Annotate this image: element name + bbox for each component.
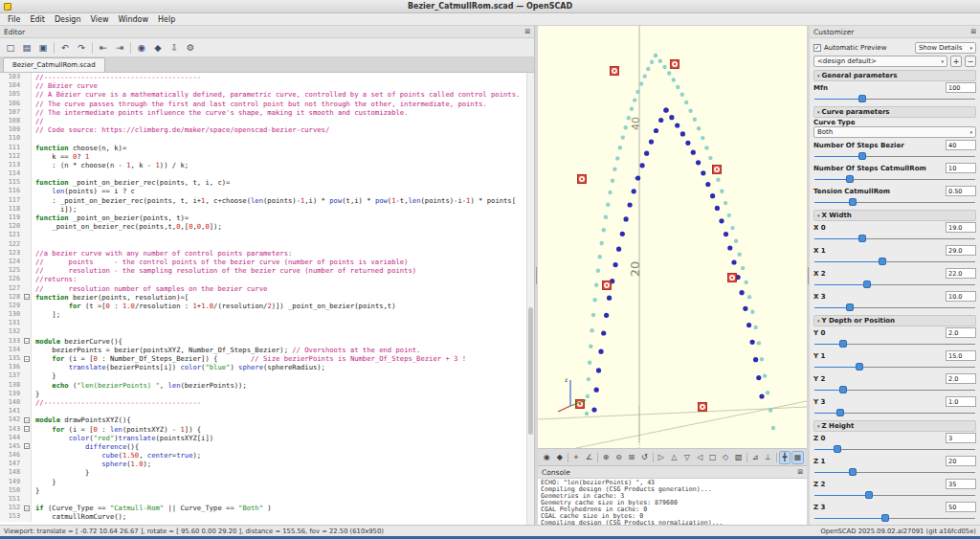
console-undock-icon[interactable]: ⊠ bbox=[797, 468, 803, 476]
param-value-input[interactable]: 20 bbox=[946, 456, 976, 466]
code-line[interactable]: 114 bbox=[0, 169, 526, 178]
code-line[interactable]: 147 sphere(1.0); bbox=[0, 460, 526, 468]
measure-distance-icon[interactable]: ⌖ bbox=[570, 451, 582, 464]
code-line[interactable]: 115function _point_on_bezier_rec(points,… bbox=[0, 178, 526, 187]
param-value-input[interactable]: 22.0 bbox=[946, 268, 976, 279]
code-line[interactable]: 142−module drawPointsXYZ(){ bbox=[0, 415, 526, 424]
print-icon[interactable]: ⚙ bbox=[183, 40, 198, 56]
editor-scrollbar[interactable] bbox=[526, 73, 534, 525]
param-value-input[interactable]: 2.0 bbox=[946, 327, 976, 338]
param-slider[interactable] bbox=[814, 408, 975, 417]
code-line[interactable]: 139} bbox=[0, 390, 526, 398]
slider-handle[interactable] bbox=[865, 491, 873, 499]
param-slider[interactable] bbox=[814, 339, 975, 348]
reset-view-icon[interactable]: ↺ bbox=[638, 451, 650, 464]
view-right-icon[interactable]: ▷ bbox=[656, 451, 667, 464]
section-header[interactable]: ▾General parameters bbox=[813, 70, 976, 81]
code-line[interactable]: 130 ]; bbox=[0, 310, 526, 319]
automatic-preview-checkbox[interactable]: ✓ bbox=[813, 44, 821, 52]
code-line[interactable]: 148 } bbox=[0, 468, 526, 477]
view-top-icon[interactable]: △ bbox=[668, 451, 679, 464]
slider-handle[interactable] bbox=[839, 340, 847, 348]
code-line[interactable]: 121 bbox=[0, 231, 526, 239]
open-file-icon[interactable]: ▤ bbox=[19, 40, 34, 56]
fold-marker[interactable]: − bbox=[23, 442, 32, 451]
param-slider[interactable] bbox=[814, 280, 975, 289]
editor-undock-icon[interactable]: ⊠ bbox=[524, 28, 530, 35]
orthogonal-icon[interactable]: ⊥ bbox=[762, 451, 773, 464]
zoom-out-icon[interactable]: ⊖ bbox=[612, 451, 624, 464]
param-slider[interactable] bbox=[814, 444, 975, 454]
code-line[interactable]: 125// resolution - the sampling resoluti… bbox=[0, 266, 526, 275]
code-line[interactable]: 135− for (i = [0 : Number_Of_Steps_Bezie… bbox=[0, 354, 526, 363]
slider-handle[interactable] bbox=[849, 468, 857, 476]
code-line[interactable]: 120 _point_on_bezier_rec(points,t,0,[0,0… bbox=[0, 222, 526, 231]
render-icon[interactable]: ◆ bbox=[150, 40, 166, 56]
fold-marker[interactable]: − bbox=[23, 337, 32, 346]
code-line[interactable]: 137 } bbox=[0, 371, 526, 380]
code-line[interactable]: 136 translate(bezierPoints[i]) color("bl… bbox=[0, 363, 526, 371]
code-line[interactable]: 151 bbox=[0, 495, 526, 504]
section-header[interactable]: ▾Z Height bbox=[813, 420, 976, 432]
slider-handle[interactable] bbox=[879, 258, 886, 265]
view-back-icon[interactable]: ◇ bbox=[720, 451, 731, 464]
param-slider[interactable] bbox=[814, 303, 975, 312]
fold-marker[interactable]: − bbox=[23, 504, 32, 512]
slider-handle[interactable] bbox=[849, 198, 857, 206]
code-line[interactable]: 119function _point_on_bezier(points, t)= bbox=[0, 213, 526, 222]
param-slider[interactable] bbox=[814, 257, 975, 266]
show-axes-icon[interactable]: ╋ bbox=[779, 451, 791, 464]
code-line[interactable]: 123//a bezier curve with any number of c… bbox=[0, 249, 526, 258]
redo-icon[interactable]: ↷ bbox=[74, 40, 89, 56]
section-header[interactable]: ▾Curve parameters bbox=[813, 106, 976, 118]
code-line[interactable]: 113 : (n * choose(n - 1, k - 1)) / k; bbox=[0, 161, 526, 169]
viewport-3d[interactable]: 4020z bbox=[538, 26, 807, 448]
fold-marker[interactable]: − bbox=[23, 425, 32, 434]
slider-handle[interactable] bbox=[881, 514, 889, 522]
param-value-input[interactable]: 0.50 bbox=[946, 186, 976, 196]
param-slider[interactable] bbox=[814, 385, 975, 394]
render-icon[interactable]: ◆ bbox=[553, 451, 565, 464]
code-line[interactable]: 128−function bezier(points, resolution)=… bbox=[0, 293, 526, 302]
code-line[interactable]: 145− difference(){ bbox=[0, 442, 526, 451]
code-line[interactable]: 110 bbox=[0, 134, 526, 143]
zoom-in-icon[interactable]: ⊕ bbox=[600, 451, 612, 464]
section-header[interactable]: ▾X Width bbox=[813, 210, 976, 221]
code-line[interactable]: 131 bbox=[0, 319, 526, 327]
param-value-input[interactable]: 40 bbox=[946, 140, 976, 150]
preset-add-button[interactable]: + bbox=[950, 56, 962, 67]
code-line[interactable]: 149 } bbox=[0, 478, 526, 486]
code-line[interactable]: 133−module bezierCurve(){ bbox=[0, 337, 526, 346]
param-slider[interactable] bbox=[814, 174, 975, 184]
param-slider[interactable] bbox=[814, 513, 975, 523]
save-file-icon[interactable]: ▣ bbox=[35, 40, 51, 56]
code-line[interactable]: 103//-----------------------------------… bbox=[0, 73, 526, 81]
measure-angle-icon[interactable]: ∠ bbox=[583, 451, 594, 464]
slider-handle[interactable] bbox=[839, 386, 847, 393]
slider-handle[interactable] bbox=[834, 445, 841, 453]
slider-handle[interactable] bbox=[846, 303, 854, 311]
code-line[interactable]: 109// Code source: https://climberg.de/m… bbox=[0, 125, 526, 134]
code-line[interactable]: 106// The curve passes through the first… bbox=[0, 100, 526, 108]
fold-marker[interactable]: − bbox=[23, 415, 32, 424]
section-header[interactable]: ▾Y Depth or Position bbox=[813, 315, 976, 326]
menu-design[interactable]: Design bbox=[50, 14, 86, 25]
code-line[interactable]: 144 color("red")translate(pointsXYZ[i]) bbox=[0, 434, 526, 442]
code-line[interactable]: 105// A Bézier curve is a mathematically… bbox=[0, 90, 526, 99]
menu-window[interactable]: Window bbox=[114, 14, 154, 25]
slider-handle[interactable] bbox=[863, 281, 871, 288]
menu-file[interactable]: File bbox=[3, 14, 25, 25]
param-slider[interactable] bbox=[814, 151, 975, 161]
code-line[interactable]: 117 : _point_on_bezier_rec(points, t, i+… bbox=[0, 196, 526, 205]
code-line[interactable]: 112 k == 0? 1 bbox=[0, 152, 526, 161]
param-value-input[interactable]: 29.0 bbox=[946, 245, 976, 256]
code-line[interactable]: 150} bbox=[0, 486, 526, 495]
code-line[interactable]: 104// Bézier curve bbox=[0, 81, 526, 90]
param-slider[interactable] bbox=[814, 94, 975, 103]
preview-icon[interactable]: ◉ bbox=[134, 40, 149, 56]
view-diagonal-icon[interactable]: ▧ bbox=[732, 451, 744, 464]
slider-handle[interactable] bbox=[836, 409, 844, 416]
preset-dropdown[interactable]: <design default>▾ bbox=[813, 56, 947, 67]
code-line[interactable]: 124// points - the control points of the… bbox=[0, 258, 526, 266]
view-bottom-icon[interactable]: ▽ bbox=[681, 451, 693, 464]
